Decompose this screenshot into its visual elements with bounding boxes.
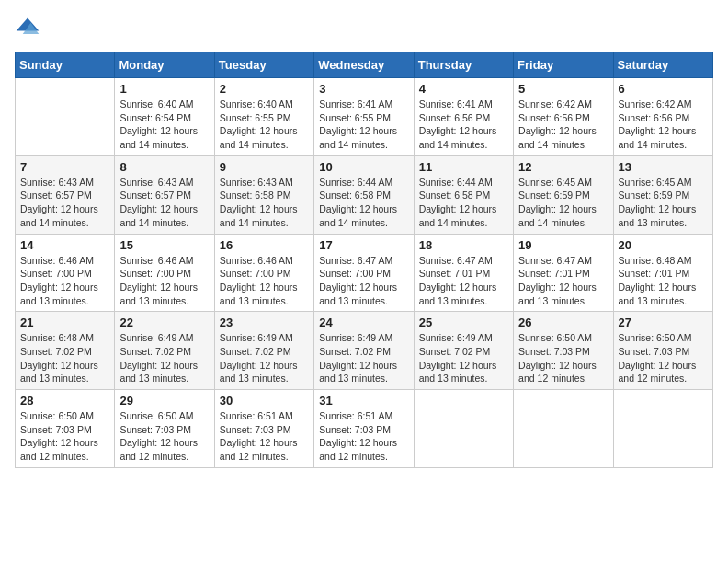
calendar-cell: 11Sunrise: 6:44 AM Sunset: 6:58 PM Dayli…: [414, 155, 513, 234]
day-number: 10: [319, 160, 408, 174]
day-info: Sunrise: 6:47 AM Sunset: 7:00 PM Dayligh…: [319, 254, 408, 308]
day-number: 18: [419, 238, 508, 252]
calendar-cell: 22Sunrise: 6:49 AM Sunset: 7:02 PM Dayli…: [115, 312, 214, 390]
weekday-header: Friday: [514, 52, 613, 78]
day-number: 7: [20, 160, 109, 174]
day-number: 17: [319, 238, 408, 252]
calendar-cell: 2Sunrise: 6:40 AM Sunset: 6:55 PM Daylig…: [214, 78, 313, 156]
day-number: 28: [20, 394, 109, 408]
calendar-cell: 1Sunrise: 6:40 AM Sunset: 6:54 PM Daylig…: [115, 78, 214, 156]
day-info: Sunrise: 6:42 AM Sunset: 6:56 PM Dayligh…: [518, 98, 608, 152]
day-number: 1: [119, 82, 209, 96]
day-number: 13: [619, 160, 708, 174]
calendar-cell: 26Sunrise: 6:50 AM Sunset: 7:03 PM Dayli…: [514, 312, 613, 390]
day-number: 31: [319, 394, 408, 408]
day-number: 29: [119, 394, 209, 408]
day-info: Sunrise: 6:50 AM Sunset: 7:03 PM Dayligh…: [619, 331, 708, 385]
day-info: Sunrise: 6:49 AM Sunset: 7:02 PM Dayligh…: [220, 331, 309, 385]
day-number: 6: [619, 82, 708, 96]
logo-icon: [15, 15, 40, 40]
weekday-header: Saturday: [613, 52, 712, 78]
day-number: 5: [518, 82, 608, 96]
calendar-cell: [16, 78, 115, 156]
day-number: 9: [220, 160, 309, 174]
day-info: Sunrise: 6:43 AM Sunset: 6:57 PM Dayligh…: [20, 176, 109, 230]
day-info: Sunrise: 6:51 AM Sunset: 7:03 PM Dayligh…: [220, 409, 309, 464]
calendar-cell: 14Sunrise: 6:46 AM Sunset: 7:00 PM Dayli…: [16, 234, 115, 312]
day-number: 3: [319, 82, 408, 96]
weekday-header: Tuesday: [214, 52, 313, 78]
calendar-cell: 4Sunrise: 6:41 AM Sunset: 6:56 PM Daylig…: [414, 78, 513, 156]
header-row: SundayMondayTuesdayWednesdayThursdayFrid…: [16, 52, 713, 78]
calendar-cell: 5Sunrise: 6:42 AM Sunset: 6:56 PM Daylig…: [514, 78, 613, 156]
day-info: Sunrise: 6:41 AM Sunset: 6:56 PM Dayligh…: [419, 98, 508, 152]
calendar-cell: 10Sunrise: 6:44 AM Sunset: 6:58 PM Dayli…: [314, 155, 414, 234]
calendar-cell: 6Sunrise: 6:42 AM Sunset: 6:56 PM Daylig…: [613, 78, 712, 156]
calendar-cell: 3Sunrise: 6:41 AM Sunset: 6:55 PM Daylig…: [314, 78, 414, 156]
calendar-cell: 16Sunrise: 6:46 AM Sunset: 7:00 PM Dayli…: [214, 234, 313, 312]
day-info: Sunrise: 6:46 AM Sunset: 7:00 PM Dayligh…: [119, 254, 209, 308]
day-number: 16: [220, 238, 309, 252]
calendar-cell: 21Sunrise: 6:48 AM Sunset: 7:02 PM Dayli…: [16, 312, 115, 390]
day-number: 2: [220, 82, 309, 96]
day-info: Sunrise: 6:41 AM Sunset: 6:55 PM Dayligh…: [319, 98, 408, 152]
day-info: Sunrise: 6:42 AM Sunset: 6:56 PM Dayligh…: [619, 98, 708, 152]
day-info: Sunrise: 6:44 AM Sunset: 6:58 PM Dayligh…: [319, 176, 408, 230]
calendar-week-row: 14Sunrise: 6:46 AM Sunset: 7:00 PM Dayli…: [16, 234, 713, 312]
day-info: Sunrise: 6:45 AM Sunset: 6:59 PM Dayligh…: [518, 176, 608, 230]
day-number: 22: [119, 316, 209, 329]
day-info: Sunrise: 6:50 AM Sunset: 7:03 PM Dayligh…: [119, 409, 209, 464]
calendar-cell: 19Sunrise: 6:47 AM Sunset: 7:01 PM Dayli…: [514, 234, 613, 312]
day-info: Sunrise: 6:46 AM Sunset: 7:00 PM Dayligh…: [20, 254, 109, 308]
calendar-cell: 8Sunrise: 6:43 AM Sunset: 6:57 PM Daylig…: [115, 155, 214, 234]
day-info: Sunrise: 6:50 AM Sunset: 7:03 PM Dayligh…: [518, 331, 608, 385]
calendar-cell: 20Sunrise: 6:48 AM Sunset: 7:01 PM Dayli…: [613, 234, 712, 312]
calendar-week-row: 7Sunrise: 6:43 AM Sunset: 6:57 PM Daylig…: [16, 155, 713, 234]
day-info: Sunrise: 6:48 AM Sunset: 7:01 PM Dayligh…: [619, 254, 708, 308]
calendar-cell: 24Sunrise: 6:49 AM Sunset: 7:02 PM Dayli…: [314, 312, 414, 390]
calendar-cell: 28Sunrise: 6:50 AM Sunset: 7:03 PM Dayli…: [16, 390, 115, 468]
day-info: Sunrise: 6:40 AM Sunset: 6:54 PM Dayligh…: [119, 98, 209, 152]
weekday-header: Monday: [115, 52, 214, 78]
day-info: Sunrise: 6:45 AM Sunset: 6:59 PM Dayligh…: [619, 176, 708, 230]
logo: [15, 15, 44, 40]
calendar-cell: 27Sunrise: 6:50 AM Sunset: 7:03 PM Dayli…: [613, 312, 712, 390]
day-info: Sunrise: 6:47 AM Sunset: 7:01 PM Dayligh…: [419, 254, 508, 308]
calendar-cell: 30Sunrise: 6:51 AM Sunset: 7:03 PM Dayli…: [214, 390, 313, 468]
weekday-header: Wednesday: [314, 52, 414, 78]
calendar-cell: 12Sunrise: 6:45 AM Sunset: 6:59 PM Dayli…: [514, 155, 613, 234]
day-info: Sunrise: 6:49 AM Sunset: 7:02 PM Dayligh…: [119, 331, 209, 385]
day-number: 12: [518, 160, 608, 174]
calendar-cell: 25Sunrise: 6:49 AM Sunset: 7:02 PM Dayli…: [414, 312, 513, 390]
calendar-cell: 29Sunrise: 6:50 AM Sunset: 7:03 PM Dayli…: [115, 390, 214, 468]
day-number: 19: [518, 238, 608, 252]
day-number: 15: [119, 238, 209, 252]
day-number: 30: [220, 394, 309, 408]
calendar-cell: 17Sunrise: 6:47 AM Sunset: 7:00 PM Dayli…: [314, 234, 414, 312]
calendar-cell: 7Sunrise: 6:43 AM Sunset: 6:57 PM Daylig…: [16, 155, 115, 234]
day-number: 26: [518, 316, 608, 329]
day-number: 20: [619, 238, 708, 252]
day-info: Sunrise: 6:50 AM Sunset: 7:03 PM Dayligh…: [20, 409, 109, 464]
day-number: 11: [419, 160, 508, 174]
calendar-cell: 18Sunrise: 6:47 AM Sunset: 7:01 PM Dayli…: [414, 234, 513, 312]
day-number: 21: [20, 316, 109, 329]
day-info: Sunrise: 6:51 AM Sunset: 7:03 PM Dayligh…: [319, 409, 408, 464]
calendar-week-row: 21Sunrise: 6:48 AM Sunset: 7:02 PM Dayli…: [16, 312, 713, 390]
calendar-cell: 15Sunrise: 6:46 AM Sunset: 7:00 PM Dayli…: [115, 234, 214, 312]
day-info: Sunrise: 6:43 AM Sunset: 6:57 PM Dayligh…: [119, 176, 209, 230]
calendar-week-row: 1Sunrise: 6:40 AM Sunset: 6:54 PM Daylig…: [16, 78, 713, 156]
day-info: Sunrise: 6:48 AM Sunset: 7:02 PM Dayligh…: [20, 331, 109, 385]
calendar-week-row: 28Sunrise: 6:50 AM Sunset: 7:03 PM Dayli…: [16, 390, 713, 468]
weekday-header: Sunday: [16, 52, 115, 78]
calendar-cell: [613, 390, 712, 468]
day-info: Sunrise: 6:43 AM Sunset: 6:58 PM Dayligh…: [220, 176, 309, 230]
calendar-cell: [414, 390, 513, 468]
day-info: Sunrise: 6:44 AM Sunset: 6:58 PM Dayligh…: [419, 176, 508, 230]
calendar-table: SundayMondayTuesdayWednesdayThursdayFrid…: [15, 52, 713, 468]
calendar-cell: 9Sunrise: 6:43 AM Sunset: 6:58 PM Daylig…: [214, 155, 313, 234]
day-info: Sunrise: 6:49 AM Sunset: 7:02 PM Dayligh…: [319, 331, 408, 385]
day-number: 4: [419, 82, 508, 96]
day-number: 8: [119, 160, 209, 174]
day-number: 23: [220, 316, 309, 329]
